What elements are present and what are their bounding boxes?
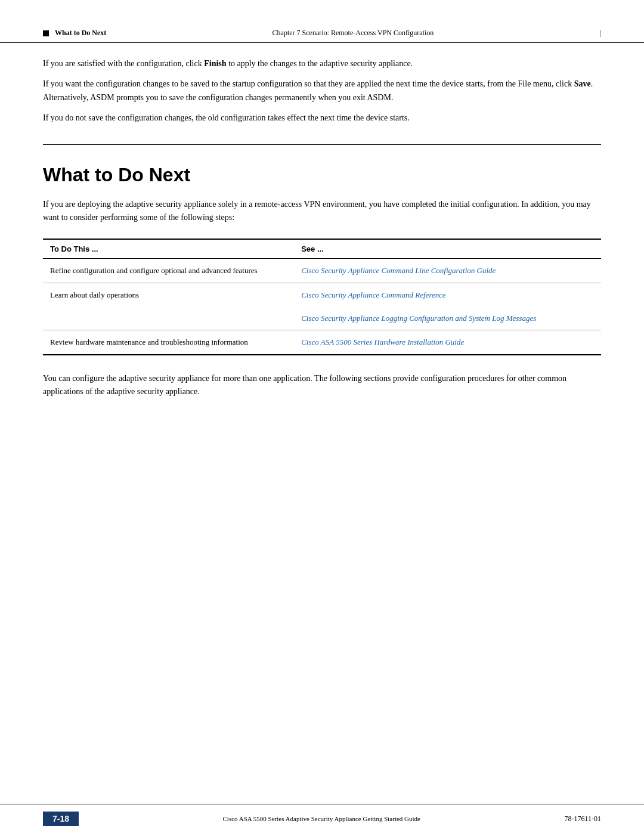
header-square-icon <box>43 30 49 36</box>
col1-header: To Do This ... <box>43 239 294 259</box>
link-hardware-guide[interactable]: Cisco ASA 5500 Series Hardware Installat… <box>301 337 464 346</box>
section-heading: What to Do Next <box>43 164 601 186</box>
section-divider <box>43 144 601 145</box>
table-cell-col1-row3: Review hardware maintenance and troubles… <box>43 330 294 355</box>
footer-doc-number: 78-17611-01 <box>564 815 601 823</box>
table-cell-col2-row3: Cisco ASA 5500 Series Hardware Installat… <box>294 330 601 355</box>
table-row: Refine configuration and configure optio… <box>43 259 601 283</box>
header-pipe: | <box>600 29 601 38</box>
table-cell-col2-row2: Cisco Security Appliance Command Referen… <box>294 283 601 330</box>
link-logging-guide[interactable]: Cisco Security Appliance Logging Configu… <box>301 314 536 323</box>
table-cell-col1-row1: Refine configuration and configure optio… <box>43 259 294 283</box>
link-command-reference[interactable]: Cisco Security Appliance Command Referen… <box>301 290 446 299</box>
save-bold: Save <box>574 79 591 88</box>
link-command-line-guide[interactable]: Cisco Security Appliance Command Line Co… <box>301 266 496 275</box>
footer-book-title: Cisco ASA 5500 Series Adaptive Security … <box>79 815 564 822</box>
footer-page-number: 7-18 <box>43 812 79 826</box>
table-cell-col2-row1: Cisco Security Appliance Command Line Co… <box>294 259 601 283</box>
page: What to Do Next Chapter 7 Scenario: Remo… <box>0 0 644 833</box>
body-text: If you are deploying the adaptive securi… <box>43 198 601 225</box>
main-content: If you are satisfied with the configurat… <box>0 43 644 399</box>
col2-header: See ... <box>294 239 601 259</box>
finish-bold: Finish <box>204 59 226 68</box>
table-row: Review hardware maintenance and troubles… <box>43 330 601 355</box>
page-header: What to Do Next Chapter 7 Scenario: Remo… <box>0 0 644 43</box>
intro-paragraph-2: If you want the configuration changes to… <box>43 78 601 104</box>
reference-table: To Do This ... See ... Refine configurat… <box>43 239 601 355</box>
intro-paragraph-1: If you are satisfied with the configurat… <box>43 57 601 70</box>
table-cell-col1-row2: Learn about daily operations <box>43 283 294 330</box>
header-chapter: Chapter 7 Scenario: Remote-Access VPN Co… <box>273 29 434 38</box>
after-table-text: You can configure the adaptive security … <box>43 372 601 399</box>
page-footer: 7-18 Cisco ASA 5500 Series Adaptive Secu… <box>0 804 644 833</box>
intro-paragraph-3: If you do not save the configuration cha… <box>43 112 601 125</box>
header-left: What to Do Next <box>43 29 106 38</box>
intro-section: If you are satisfied with the configurat… <box>43 57 601 125</box>
table-row: Learn about daily operations Cisco Secur… <box>43 283 601 330</box>
header-section-label: What to Do Next <box>55 29 106 38</box>
